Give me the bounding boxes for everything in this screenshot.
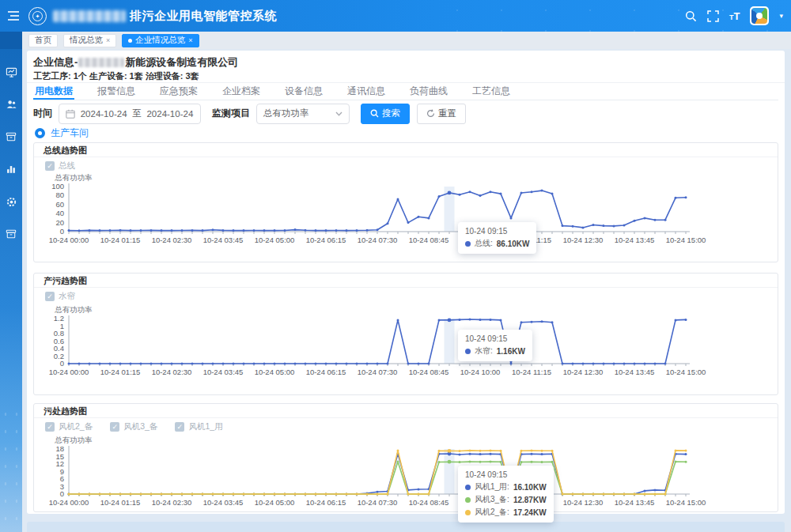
svg-text:10-24 13:45: 10-24 13:45 <box>615 368 655 376</box>
sidebar-item-monitor[interactable] <box>0 60 22 84</box>
legend-checkbox[interactable]: ✓风机2_备 <box>45 421 93 432</box>
series-marker-icon <box>465 497 471 503</box>
svg-text:10-24 08:45: 10-24 08:45 <box>409 368 449 376</box>
chart-tooltip: 10-24 09:15 水帘:1.16KW <box>458 330 532 361</box>
nav-tab-6[interactable]: 通讯信息 <box>346 84 387 100</box>
svg-text:10-24 00:00: 10-24 00:00 <box>49 236 89 244</box>
enterprise-detail-card: 企业信息- 新能源设备制造有限公司 工艺工序: 1个 生产设备: 1套 治理设备… <box>27 51 785 514</box>
nav-tab-3[interactable]: 应急预案 <box>158 84 199 100</box>
bus-line-chart[interactable]: 总有功功率02040608010010-24 00:0010-24 01:151… <box>34 173 778 246</box>
search-button[interactable]: 搜索 <box>361 104 410 124</box>
svg-text:10-24 01:15: 10-24 01:15 <box>100 236 141 244</box>
font-size-icon[interactable]: TT <box>729 9 740 22</box>
svg-text:10-24 12:30: 10-24 12:30 <box>563 236 604 244</box>
nav-tab-4[interactable]: 企业档案 <box>221 84 262 100</box>
legend-checkbox[interactable]: ✓总线 <box>45 160 75 172</box>
sidebar-item-statistics[interactable] <box>0 157 22 181</box>
svg-text:总有功功率: 总有功功率 <box>55 173 93 182</box>
caret-down-icon[interactable]: ▾ <box>779 12 783 20</box>
svg-text:10-24 13:45: 10-24 13:45 <box>615 498 655 507</box>
sidebar-item-records[interactable] <box>0 222 22 246</box>
svg-text:40: 40 <box>55 209 64 217</box>
reset-button[interactable]: 重置 <box>417 104 466 124</box>
tooltip-entry: 风机2_备:17.24KW <box>465 507 547 518</box>
svg-text:10-24 00:00: 10-24 00:00 <box>49 498 89 507</box>
svg-text:10-24 03:45: 10-24 03:45 <box>203 368 244 376</box>
svg-text:15: 15 <box>55 452 64 461</box>
chart-panel-bus-trend: 总线趋势图 ✓总线 总有功功率02040608010010-24 00:0010… <box>33 142 778 262</box>
date-to-value[interactable]: 2024-10-24 <box>146 109 194 119</box>
svg-text:总有功功率: 总有功功率 <box>55 305 93 314</box>
sidebar-item-users[interactable] <box>0 92 22 116</box>
svg-text:10-24 00:00: 10-24 00:00 <box>49 368 89 376</box>
next-section-edge <box>27 522 785 532</box>
tooltip-entry: 水帘:1.16KW <box>465 345 525 357</box>
date-from-value[interactable]: 2024-10-24 <box>80 109 127 119</box>
svg-text:10-24 05:00: 10-24 05:00 <box>255 498 295 507</box>
svg-text:0: 0 <box>60 227 64 236</box>
monitor-item-select[interactable]: 总有功功率 <box>256 104 350 124</box>
tab-home[interactable]: 首页 <box>28 34 58 47</box>
search-icon[interactable] <box>685 10 697 22</box>
svg-text:10-24 05:00: 10-24 05:00 <box>255 236 295 244</box>
user-avatar[interactable] <box>750 6 769 25</box>
series-marker-icon <box>465 241 471 247</box>
svg-text:0.6: 0.6 <box>54 337 64 345</box>
redacted-company-name <box>78 58 124 67</box>
svg-text:10-24 11:15: 10-24 11:15 <box>512 368 551 376</box>
pollution-gen-line-chart[interactable]: 总有功功率00.20.40.60.811.210-24 00:0010-24 0… <box>34 305 778 378</box>
app-logo-icon: ✦ <box>28 7 47 25</box>
svg-text:10-24 03:45: 10-24 03:45 <box>203 236 244 244</box>
menu-collapse-icon[interactable] <box>7 10 20 21</box>
sidebar-item-settings[interactable] <box>0 190 22 213</box>
svg-text:12: 12 <box>55 459 64 468</box>
legend-label: 风机1_用 <box>188 421 222 432</box>
svg-text:10-24 02:30: 10-24 02:30 <box>152 236 192 244</box>
nav-tab-2[interactable]: 报警信息 <box>96 84 137 100</box>
legend-checkbox[interactable]: ✓风机3_备 <box>110 421 157 432</box>
divider <box>27 82 785 83</box>
checkbox-checked-icon: ✓ <box>45 292 55 301</box>
svg-text:10-24 13:45: 10-24 13:45 <box>615 236 655 244</box>
checkbox-checked-icon: ✓ <box>110 422 119 432</box>
nav-tab-5[interactable]: 设备信息 <box>283 84 324 100</box>
tab-enterprise-overview[interactable]: 企业情况总览 × <box>122 34 199 47</box>
radio-production-workshop[interactable]: 生产车间 <box>35 126 89 140</box>
legend-checkbox[interactable]: ✓风机1_用 <box>175 421 222 432</box>
svg-text:10-24 06:15: 10-24 06:15 <box>306 368 346 376</box>
svg-text:0.2: 0.2 <box>54 352 64 360</box>
date-range-input[interactable]: 2024-10-24 至 2024-10-24 <box>59 104 201 124</box>
svg-text:10-24 06:15: 10-24 06:15 <box>306 236 346 244</box>
monitor-item-label: 监测项目 <box>212 107 250 120</box>
legend-checkbox[interactable]: ✓水帘 <box>45 291 75 302</box>
refresh-icon <box>426 109 435 118</box>
close-tab-icon[interactable]: × <box>106 36 110 44</box>
chart-tooltip: 10-24 09:15 风机1_用:16.10KW风机3_备:12.87KW风机… <box>458 466 554 523</box>
nav-tab-7[interactable]: 负荷曲线 <box>408 84 449 100</box>
series-marker-icon <box>465 349 471 354</box>
panel-title: 总线趋势图 <box>44 145 87 155</box>
svg-text:18: 18 <box>55 444 64 453</box>
svg-text:10-24 02:30: 10-24 02:30 <box>152 498 192 507</box>
checkbox-checked-icon: ✓ <box>45 161 55 171</box>
svg-text:10-24 03:45: 10-24 03:45 <box>203 498 244 507</box>
checkbox-checked-icon: ✓ <box>45 422 55 432</box>
svg-text:10-24 01:15: 10-24 01:15 <box>100 368 141 376</box>
radio-checked-icon <box>35 128 45 138</box>
date-separator: 至 <box>132 108 142 119</box>
nav-tab-8[interactable]: 工艺信息 <box>471 84 512 100</box>
tooltip-entry: 总线:86.10KW <box>465 238 529 249</box>
tab-overview[interactable]: 情况总览 × <box>63 34 116 47</box>
time-label: 时间 <box>33 107 52 120</box>
nav-tabs: 用电数据报警信息应急预案企业档案设备信息通讯信息负荷曲线工艺信息 <box>33 84 778 100</box>
breadcrumb-tabbar: 首页 情况总览 × 企业情况总览 × <box>22 32 791 49</box>
svg-text:10-24 05:00: 10-24 05:00 <box>255 368 295 376</box>
close-tab-icon[interactable]: × <box>188 36 192 44</box>
sidebar-item-dashboard[interactable] <box>0 32 22 49</box>
fullscreen-icon[interactable] <box>707 10 719 22</box>
svg-text:100: 100 <box>51 182 64 191</box>
pollution-treat-line-chart[interactable]: 总有功功率036912151810-24 00:0010-24 01:1510-… <box>34 436 778 508</box>
tooltip-time: 10-24 09:15 <box>465 470 547 479</box>
nav-tab-1[interactable]: 用电数据 <box>33 84 74 100</box>
sidebar-item-archive[interactable] <box>0 125 22 149</box>
